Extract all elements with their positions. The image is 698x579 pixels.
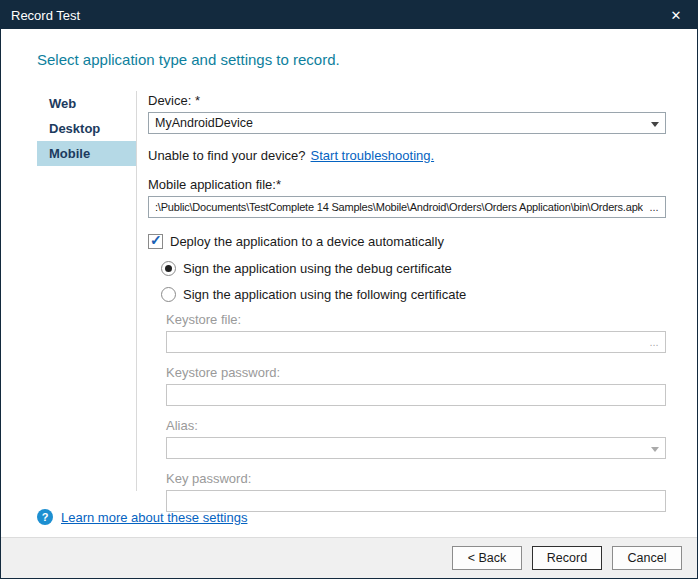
deploy-label: Deploy the application to a device autom… <box>170 234 444 249</box>
close-icon[interactable]: ✕ <box>655 1 697 29</box>
debug-certificate-row: Sign the application using the debug cer… <box>161 261 666 276</box>
application-type-list: Web Desktop Mobile <box>37 91 136 166</box>
keystore-file-label: Keystore file: <box>166 312 666 327</box>
mobile-settings-panel: Device: * MyAndroidDevice Unable to find… <box>148 93 666 512</box>
sidebar-item-web[interactable]: Web <box>37 91 136 116</box>
title-bar: Record Test ✕ <box>1 1 697 29</box>
device-dropdown[interactable]: MyAndroidDevice <box>148 112 666 134</box>
sidebar-item-mobile[interactable]: Mobile <box>37 141 136 166</box>
page-title: Select application type and settings to … <box>37 51 340 68</box>
back-button[interactable]: < Back <box>452 546 522 570</box>
key-password-label: Key password: <box>166 471 666 486</box>
radio-following-label: Sign the application using the following… <box>183 287 466 302</box>
device-label: Device: * <box>148 93 666 108</box>
app-file-label: Mobile application file:* <box>148 177 666 192</box>
alias-label: Alias: <box>166 418 666 433</box>
browse-button[interactable]: ... <box>645 198 663 216</box>
help-icon: ? <box>37 509 53 525</box>
keystore-browse-button: ... <box>645 333 663 351</box>
keystore-password-input <box>166 384 666 406</box>
window-title: Record Test <box>11 8 80 23</box>
radio-following-certificate[interactable] <box>161 287 176 302</box>
device-value: MyAndroidDevice <box>155 116 253 130</box>
learn-more-link[interactable]: Learn more about these settings <box>61 510 247 525</box>
deploy-row: Deploy the application to a device autom… <box>148 234 666 249</box>
chevron-down-icon <box>651 122 659 127</box>
alias-dropdown <box>166 437 666 459</box>
device-help-row: Unable to find your device? Start troubl… <box>148 148 666 163</box>
troubleshooting-link[interactable]: Start troubleshooting. <box>311 148 435 163</box>
vertical-divider <box>136 91 137 491</box>
certificate-settings-group: Keystore file: ... Keystore password: Al… <box>166 312 666 512</box>
chevron-down-icon <box>651 447 659 452</box>
sidebar-item-desktop[interactable]: Desktop <box>37 116 136 141</box>
button-bar: < Back Record Cancel <box>1 538 697 578</box>
record-test-dialog: Record Test ✕ Select application type an… <box>0 0 698 579</box>
keystore-file-input: ... <box>166 331 666 353</box>
radio-debug-certificate[interactable] <box>161 261 176 276</box>
device-help-text: Unable to find your device? <box>148 148 306 163</box>
footer-help: ? Learn more about these settings <box>37 509 247 525</box>
following-certificate-row: Sign the application using the following… <box>161 287 666 302</box>
cancel-button[interactable]: Cancel <box>612 546 682 570</box>
record-button[interactable]: Record <box>532 546 602 570</box>
radio-debug-label: Sign the application using the debug cer… <box>183 261 452 276</box>
deploy-checkbox[interactable] <box>148 234 163 249</box>
app-file-value: :\Public\Documents\TestComplete 14 Sampl… <box>155 201 643 213</box>
keystore-password-label: Keystore password: <box>166 365 666 380</box>
mobile-app-file-input[interactable]: :\Public\Documents\TestComplete 14 Sampl… <box>148 196 666 218</box>
